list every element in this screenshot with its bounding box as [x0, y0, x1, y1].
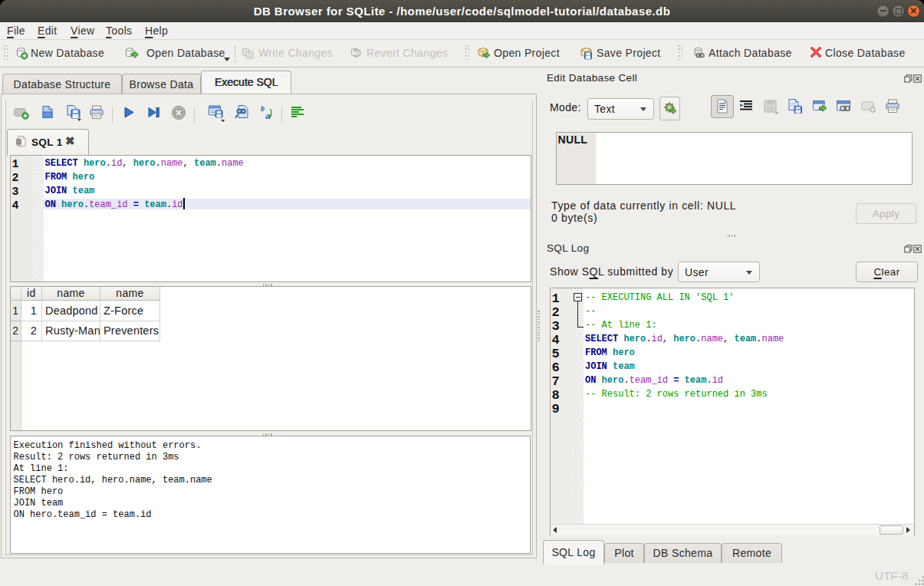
svg-text:b: b [261, 104, 265, 113]
